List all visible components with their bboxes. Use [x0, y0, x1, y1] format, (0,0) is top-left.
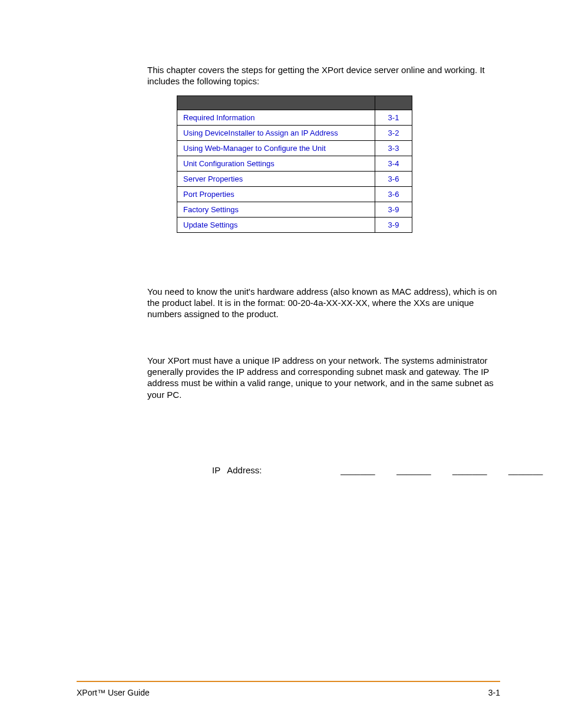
toc-page-link[interactable]: 3-9 — [388, 220, 399, 229]
toc-row: Server Properties 3-6 — [177, 171, 412, 186]
toc-page-link[interactable]: 3-2 — [388, 129, 399, 137]
toc-row: Using DeviceInstaller to Assign an IP Ad… — [177, 125, 412, 140]
toc-row: Port Properties 3-6 — [177, 186, 412, 202]
toc-row: Unit Configuration Settings 3-4 — [177, 156, 412, 171]
toc-link[interactable]: Update Settings — [183, 220, 238, 229]
toc-row: Required Information 3-1 — [177, 110, 412, 125]
toc-page-link[interactable]: 3-6 — [388, 174, 399, 183]
toc-link[interactable]: Required Information — [183, 113, 254, 122]
toc-page-link[interactable]: 3-6 — [388, 190, 399, 199]
table-of-contents: Required Information 3-1 Using DeviceIns… — [177, 95, 412, 233]
footer-right: 3-1 — [488, 688, 500, 697]
toc-link[interactable]: Factory Settings — [183, 205, 239, 214]
toc-header-page — [375, 95, 412, 110]
footer-left: XPort™ User Guide — [77, 688, 150, 697]
hardware-address-body: You need to know the unit's hardware add… — [147, 286, 500, 320]
toc-row: Update Settings 3-9 — [177, 217, 412, 232]
toc-link[interactable]: Using Web-Manager to Configure the Unit — [183, 144, 326, 153]
document-page: This chapter covers the steps for gettin… — [0, 0, 562, 728]
toc-row: Using Web-Manager to Configure the Unit … — [177, 140, 412, 156]
toc-page-link[interactable]: 3-4 — [388, 159, 399, 168]
toc-link[interactable]: Port Properties — [183, 190, 234, 199]
footer-rule — [77, 681, 500, 682]
ip-address-body: Your XPort must have a unique IP address… — [147, 355, 500, 400]
toc-link[interactable]: Server Properties — [183, 174, 243, 183]
toc-page-link[interactable]: 3-1 — [388, 113, 399, 122]
toc-page-link[interactable]: 3-9 — [388, 205, 399, 214]
toc-row: Factory Settings 3-9 — [177, 202, 412, 217]
toc-header-topic — [177, 95, 375, 110]
toc-page-link[interactable]: 3-3 — [388, 144, 399, 153]
toc-link[interactable]: Unit Configuration Settings — [183, 159, 275, 168]
intro-paragraph: This chapter covers the steps for gettin… — [147, 65, 500, 87]
page-footer: XPort™ User Guide 3-1 — [77, 688, 500, 697]
toc-link[interactable]: Using DeviceInstaller to Assign an IP Ad… — [183, 129, 338, 137]
ip-address-blanks: IP Address: _______ _______ _______ ____… — [212, 465, 500, 475]
